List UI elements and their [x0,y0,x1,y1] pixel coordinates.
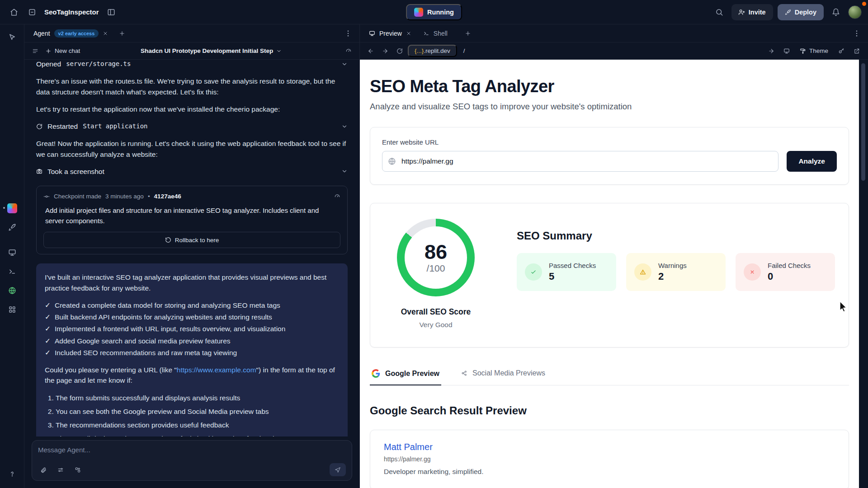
agent-icon [7,203,17,213]
arrow-right-icon [382,48,388,54]
action-screenshot[interactable]: Took a screenshot [36,166,348,177]
new-tab-button[interactable] [114,26,130,41]
chevron-down-icon[interactable] [341,123,348,130]
sliders-icon [57,467,64,473]
settings-button[interactable] [55,465,66,475]
key-icon [838,48,844,54]
open-pane-button[interactable] [764,44,778,58]
url-masked-part: {...} [415,47,424,54]
reload-button[interactable] [393,45,406,57]
networking-rail-button[interactable] [5,283,20,298]
website-url-input[interactable] [382,151,778,172]
panel-menu-button[interactable] [340,26,356,41]
close-tab-icon[interactable] [406,31,411,36]
panel-menu-button[interactable] [849,26,864,41]
tab-preview[interactable]: Preview [363,24,417,42]
page-title: SEO Meta Tag Analyzer [370,77,849,96]
back-button[interactable] [364,45,377,57]
action-restarted[interactable]: Restarted Start application [36,121,348,131]
seo-score-card: 86 /100 Overall SEO Score Very Good SEO … [370,203,849,347]
google-preview-section-title: Google Search Result Preview [370,404,849,417]
agent-message: There's an issue with the routes.ts file… [36,76,348,97]
chat-message-list[interactable]: Opened server/storage.ts There's an issu… [24,60,359,436]
chevron-down-icon[interactable] [341,61,348,67]
tab-agent[interactable]: Agent v2 early access [28,24,113,42]
apps-rail-button[interactable] [5,302,20,317]
invite-button[interactable]: Invite [731,4,773,20]
help-button[interactable] [5,466,20,482]
shell-rail-button[interactable] [5,264,20,279]
preview-scrollbar [859,60,868,488]
warning-triangle-icon [634,263,651,281]
layout-toggle-button[interactable] [104,5,119,20]
agent-summary-message: I've built an interactive SEO tag analyz… [36,263,348,436]
result-title-link[interactable]: Matt Palmer [384,442,835,452]
commit-icon [43,193,50,200]
passed-checks-stat: Passed Checks 5 [517,253,616,291]
url-path: / [463,47,465,54]
new-tab-button[interactable] [460,26,476,41]
close-tab-icon[interactable] [103,31,108,36]
chat-title-dropdown[interactable]: Shadcn UI Prototype Development Initial … [84,47,339,54]
integrations-icon [75,467,81,473]
chat-list-button[interactable] [29,45,42,57]
deployments-rail-button[interactable] [5,220,20,235]
repl-box-icon [28,8,36,16]
search-button[interactable] [712,5,727,20]
tools-button[interactable] [72,465,83,475]
pointer-tool-button[interactable] [5,30,20,45]
secrets-button[interactable] [835,44,848,58]
terminal-icon [8,267,16,276]
preview-mode-tabs: Google Preview Social Media Previews [370,369,849,385]
address-bar[interactable]: {...}.replit.dev [408,45,457,57]
monitor-icon [369,30,375,37]
analyze-button[interactable]: Analyze [787,151,837,172]
paperclip-icon [40,467,47,473]
repl-icon-button[interactable] [24,5,40,20]
rocket-icon [8,223,16,231]
usage-meter-button[interactable] [342,45,355,57]
tab-google-preview[interactable]: Google Preview [370,369,441,385]
kebab-icon [853,29,861,38]
send-button[interactable] [330,463,346,476]
tab-social-previews[interactable]: Social Media Previews [459,369,547,385]
deploy-button[interactable]: Deploy [778,4,824,20]
message-input[interactable] [38,446,346,454]
monitor-icon [8,249,16,257]
workspace: SeoTagInspector Running Invite Deploy [0,0,868,488]
rollback-button[interactable]: Rollback to here [43,232,340,248]
google-g-icon [372,369,380,378]
action-opened-file[interactable]: Opened server/storage.ts [36,60,348,69]
plus-icon [45,48,52,54]
example-url-link[interactable]: https://www.example.com [177,366,256,374]
agent-rail-button[interactable] [5,201,20,216]
theme-button[interactable]: Theme [795,44,833,58]
notifications-button[interactable] [828,5,844,20]
attach-button[interactable] [38,465,49,475]
seo-score-label: Overall SEO Score [384,307,488,317]
tab-shell[interactable]: Shell [418,24,453,42]
webview-rail-button[interactable] [5,245,20,260]
forward-button[interactable] [379,45,392,57]
scrollbar-thumb[interactable] [861,63,865,181]
monitor-icon [783,48,790,54]
plus-icon [465,30,471,37]
check-icon: ✓ [45,347,51,358]
summary-check-item: ✓Created a complete data model for stori… [45,300,339,310]
arrow-right-icon [768,48,774,54]
home-button[interactable] [6,5,22,20]
devtools-button[interactable] [780,44,793,58]
chevron-down-icon[interactable] [341,168,348,174]
agent-version-badge: v2 early access [54,29,99,38]
summary-check-item: ✓Built backend API endpoints for analyzi… [45,312,339,322]
user-avatar[interactable] [848,5,862,19]
rollback-icon [165,237,171,243]
check-icon: ✓ [45,312,51,322]
file-path: server/storage.ts [66,60,131,69]
open-external-button[interactable] [850,44,863,58]
summary-check-item: ✓Included SEO recommendations and raw me… [45,347,339,358]
chevron-down-icon [276,48,282,54]
new-chat-button[interactable]: New chat [45,47,80,54]
pointer-icon [8,33,16,42]
running-status-badge[interactable]: Running [406,4,462,20]
